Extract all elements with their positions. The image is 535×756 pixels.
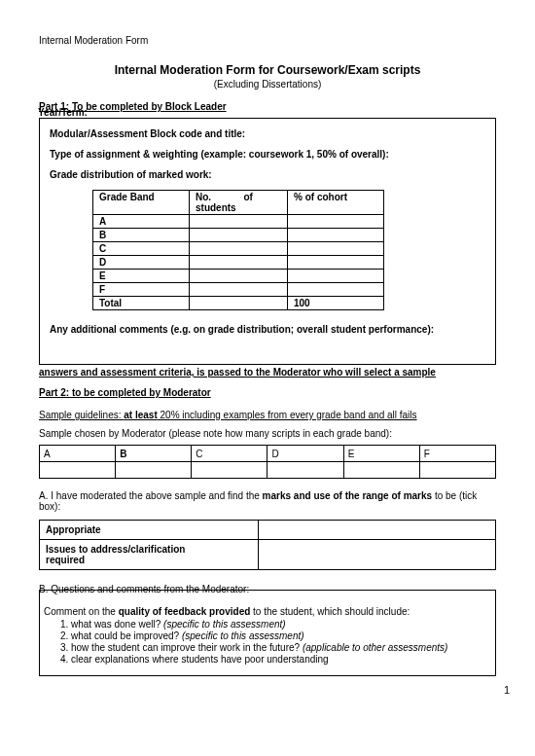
additional-comments-label: Any additional comments (e.g. on grade d… (50, 324, 485, 335)
sample-chosen-label: Sample chosen by Moderator (please note … (39, 428, 496, 439)
sample-header: A B C D E F (40, 446, 496, 462)
comment-item-1: what was done well? (specific to this as… (71, 619, 491, 630)
doc-title: Internal Moderation Form for Coursework/… (39, 63, 496, 77)
assignment-type-label: Type of assignment & weighting (example:… (50, 149, 485, 160)
comment-item-4: clear explanations where students have p… (71, 654, 491, 665)
grade-table-header: Grade Band No. ofstudents % of cohort (93, 191, 384, 215)
bridge-text: answers and assessment criteria, is pass… (39, 367, 496, 378)
sample-row (40, 462, 496, 479)
grade-row-c: C (93, 242, 384, 256)
tick-appropriate[interactable] (259, 521, 496, 540)
grade-row-f: F (93, 283, 384, 297)
th-no-students: No. ofstudents (190, 191, 288, 215)
grade-row-b: B (93, 229, 384, 242)
grade-dist-label: Grade distribution of marked work: (50, 169, 485, 180)
tick-row-appropriate: Appropriate (40, 521, 496, 540)
grade-row-e: E (93, 270, 384, 283)
grade-row-a: A (93, 215, 384, 229)
tick-issues[interactable] (259, 540, 496, 570)
comment-lead: Comment on the quality of feedback provi… (44, 606, 491, 617)
doc-header: Internal Moderation Form (39, 35, 496, 46)
section-a: A. I have moderated the above sample and… (39, 490, 496, 512)
grade-row-total: Total100 (93, 297, 384, 310)
block-code-label: Modular/Assessment Block code and title: (50, 128, 485, 139)
tick-box-table: Appropriate Issues to address/clarificat… (39, 520, 496, 570)
grade-table: Grade Band No. ofstudents % of cohort A … (92, 190, 384, 310)
sample-guidelines: Sample guidelines: at least 20% includin… (39, 410, 496, 420)
grade-row-d: D (93, 256, 384, 270)
comment-item-2: what could be improved? (specific to thi… (71, 630, 491, 641)
comment-box: Comment on the quality of feedback provi… (39, 590, 496, 676)
doc-subtitle: (Excluding Dissertations) (39, 79, 496, 90)
part1-box: Modular/Assessment Block code and title:… (39, 118, 496, 365)
th-grade-band: Grade Band (93, 191, 190, 215)
th-pct-cohort: % of cohort (288, 191, 384, 215)
page: Internal Moderation Form Internal Modera… (0, 0, 535, 696)
comment-list: what was done well? (specific to this as… (71, 619, 491, 665)
comment-item-3: how the student can improve their work i… (71, 642, 491, 653)
page-number: 1 (504, 684, 510, 696)
tick-row-issues: Issues to address/clarificationrequired (40, 540, 496, 570)
sample-table: A B C D E F (39, 445, 496, 479)
part2-heading: Part 2: to be completed by Moderator (39, 387, 496, 398)
